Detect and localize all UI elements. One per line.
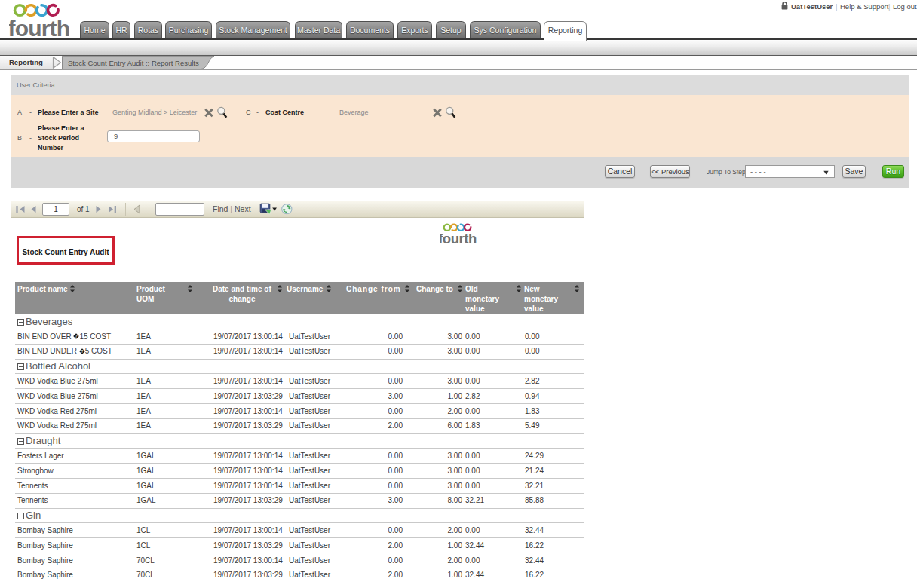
svg-text:?: ? xyxy=(81,349,83,354)
svg-text:fourth: fourth xyxy=(440,231,477,245)
svg-text:fourth: fourth xyxy=(9,16,69,38)
svg-text:?: ? xyxy=(75,334,78,338)
